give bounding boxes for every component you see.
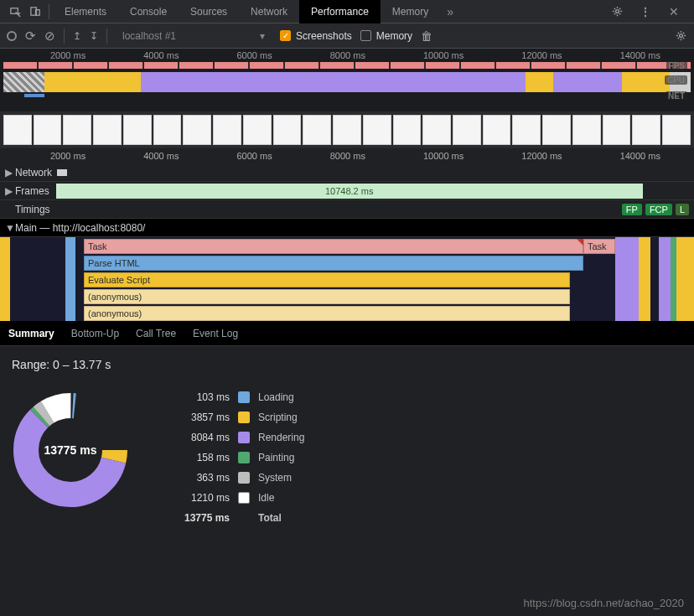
tick: 6000 ms (236, 151, 272, 161)
fps-label: FPS (666, 61, 687, 70)
section-label: Network (15, 167, 52, 179)
device-toggle-icon[interactable] (25, 5, 45, 18)
flame-chart[interactable]: Task Task Parse HTML Evaluate Script (an… (0, 237, 694, 321)
section-label: Main — http://localhost:8080/ (15, 222, 145, 234)
flame-eval-script[interactable]: Evaluate Script (84, 272, 570, 287)
chevron-down-icon: ▾ (260, 30, 265, 42)
tick: 12000 ms (521, 151, 562, 161)
svg-point-4 (680, 34, 683, 38)
timings-section[interactable]: Timings FP FCP L (0, 200, 694, 219)
chevron-right-icon: ▶ (5, 167, 15, 179)
tab-console[interactable]: Console (118, 0, 179, 23)
swatch (238, 492, 250, 504)
devtools-tab-row: Elements Console Sources Network Perform… (0, 0, 694, 23)
legend-row: 363 msSystem (171, 472, 304, 484)
chevron-right-icon: ▶ (5, 185, 15, 197)
tick: 12000 ms (521, 50, 562, 60)
recording-select[interactable]: localhost #1 ▾ (116, 30, 272, 42)
fp-badge[interactable]: FP (622, 204, 642, 215)
main-section[interactable]: ▼ Main — http://localhost:8080/ (0, 219, 694, 237)
tick: 4000 ms (143, 50, 179, 60)
tab-label: Network (251, 6, 287, 18)
chevron-down-icon: ▼ (5, 222, 15, 234)
inspect-icon[interactable] (5, 5, 25, 18)
watermark: https://blog.csdn.net/achao_2020 (523, 597, 684, 609)
tab-label: Memory (392, 6, 428, 18)
fcp-badge[interactable]: FCP (645, 204, 672, 215)
clear-icon[interactable]: ⊘ (44, 28, 55, 44)
trash-icon[interactable]: 🗑 (421, 29, 432, 43)
flame-task[interactable]: Task (583, 239, 615, 254)
tab-label: Console (130, 6, 167, 18)
tab-sources[interactable]: Sources (179, 0, 239, 23)
section-label: Frames (15, 185, 49, 197)
frame-bar[interactable]: 10748.2 ms (56, 184, 643, 199)
legend-total: 13775 msTotal (171, 512, 304, 524)
tick: 2000 ms (50, 151, 85, 161)
tab-network[interactable]: Network (239, 0, 299, 23)
tick: 10000 ms (423, 50, 464, 60)
recording-name: localhost #1 (122, 30, 176, 42)
screenshots-checkbox[interactable]: ✓ Screenshots (280, 30, 352, 42)
flame-parse-html[interactable]: Parse HTML (84, 256, 583, 271)
gear-icon[interactable] (675, 29, 687, 42)
tick: 10000 ms (423, 151, 464, 161)
overview-ruler: 2000 ms 4000 ms 6000 ms 8000 ms 10000 ms… (0, 49, 694, 62)
tab-eventlog[interactable]: Event Log (193, 328, 238, 339)
screenshot-filmstrip[interactable] (0, 111, 694, 148)
tab-performance[interactable]: Performance (299, 0, 381, 23)
load-badge[interactable]: L (676, 204, 689, 215)
memory-checkbox[interactable]: Memory (360, 30, 412, 42)
flame-task[interactable]: Task (84, 239, 583, 254)
tick: 4000 ms (143, 151, 179, 161)
details-tabs: Summary Bottom-Up Call Tree Event Log (0, 321, 694, 346)
detail-ruler: 2000 ms 4000 ms 6000 ms 8000 ms 10000 ms… (0, 148, 694, 163)
gear-icon[interactable] (607, 5, 627, 18)
cpu-label: CPU (665, 75, 687, 85)
tab-label: Performance (311, 6, 369, 18)
frames-section[interactable]: ▶ Frames 10748.2 ms (0, 182, 694, 200)
tab-summary[interactable]: Summary (8, 328, 54, 339)
legend-row: 1210 msIdle (171, 492, 304, 504)
flame-anon[interactable]: (anonymous) (84, 306, 570, 321)
tick: 14000 ms (620, 151, 660, 161)
tab-label: Sources (190, 6, 227, 18)
reload-icon[interactable]: ⟳ (25, 28, 36, 44)
upload-icon[interactable]: ↥ (73, 30, 81, 42)
swatch (238, 412, 250, 423)
tick: 6000 ms (236, 50, 272, 60)
swatch (238, 432, 250, 443)
swatch (238, 472, 250, 484)
swatch (238, 452, 250, 463)
tick: 2000 ms (50, 50, 85, 60)
legend-row: 158 msPainting (171, 452, 304, 463)
tab-memory[interactable]: Memory (381, 0, 440, 23)
swatch (238, 391, 250, 403)
range-text: Range: 0 – 13.77 s (12, 358, 682, 371)
checkbox-icon (360, 30, 371, 41)
network-section[interactable]: ▶ Network (0, 163, 694, 182)
tab-calltree[interactable]: Call Tree (136, 328, 176, 339)
legend-row: 3857 msScripting (171, 412, 304, 423)
download-icon[interactable]: ↧ (90, 30, 98, 42)
tick: 14000 ms (620, 50, 660, 60)
close-icon[interactable]: ✕ (664, 5, 684, 18)
legend-row: 103 msLoading (171, 391, 304, 403)
frame-duration: 10748.2 ms (325, 186, 373, 196)
cpu-strip: CPU (3, 72, 691, 92)
tab-elements[interactable]: Elements (53, 0, 118, 23)
flame-anon[interactable]: (anonymous) (84, 289, 570, 304)
section-label: Timings (15, 204, 50, 215)
record-button[interactable] (7, 31, 17, 41)
net-label: NET (666, 91, 687, 101)
svg-point-3 (615, 10, 619, 13)
tab-bottomup[interactable]: Bottom-Up (71, 328, 119, 339)
summary-panel: Range: 0 – 13.77 s 13775 ms 103 msLoadin… (0, 346, 694, 536)
donut-center-label: 13775 ms (12, 391, 129, 509)
legend: 103 msLoading 3857 msScripting 8084 msRe… (171, 391, 304, 524)
kebab-icon[interactable]: ⋮ (635, 5, 655, 18)
checkbox-label: Memory (376, 30, 412, 42)
more-tabs-icon[interactable]: » (440, 5, 460, 18)
checkbox-icon: ✓ (280, 30, 291, 41)
overview-panel[interactable]: 2000 ms 4000 ms 6000 ms 8000 ms 10000 ms… (0, 49, 694, 111)
